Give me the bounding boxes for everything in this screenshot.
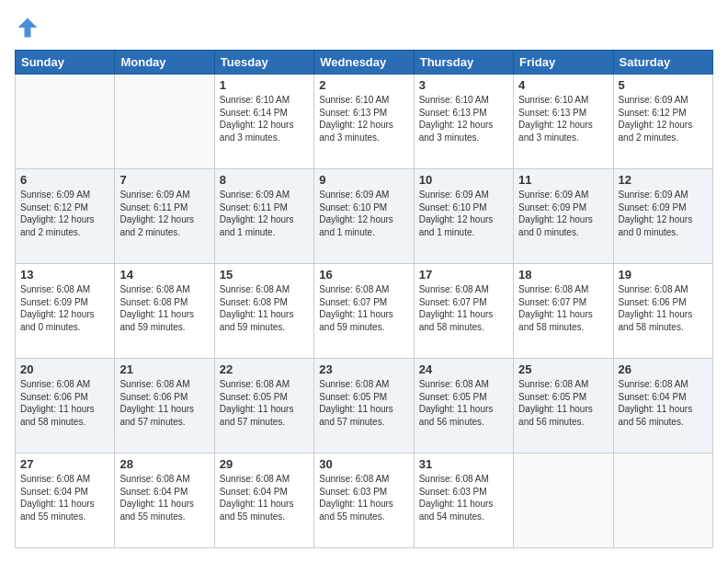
calendar-cell: 18Sunrise: 6:08 AM Sunset: 6:07 PM Dayli… xyxy=(514,264,613,359)
calendar-cell: 17Sunrise: 6:08 AM Sunset: 6:07 PM Dayli… xyxy=(414,264,513,359)
day-info: Sunrise: 6:08 AM Sunset: 6:04 PM Dayligh… xyxy=(619,378,708,428)
day-number: 23 xyxy=(319,362,408,376)
calendar-cell: 22Sunrise: 6:08 AM Sunset: 6:05 PM Dayli… xyxy=(214,359,313,454)
day-info: Sunrise: 6:10 AM Sunset: 6:14 PM Dayligh… xyxy=(220,94,309,144)
calendar-cell xyxy=(115,75,214,169)
day-info: Sunrise: 6:08 AM Sunset: 6:08 PM Dayligh… xyxy=(220,283,309,333)
calendar-cell: 19Sunrise: 6:08 AM Sunset: 6:06 PM Dayli… xyxy=(613,264,712,359)
day-info: Sunrise: 6:08 AM Sunset: 6:06 PM Dayligh… xyxy=(20,378,109,428)
calendar-cell: 11Sunrise: 6:09 AM Sunset: 6:09 PM Dayli… xyxy=(514,169,613,264)
day-info: Sunrise: 6:08 AM Sunset: 6:05 PM Dayligh… xyxy=(419,378,508,428)
day-info: Sunrise: 6:09 AM Sunset: 6:10 PM Dayligh… xyxy=(319,189,408,238)
day-info: Sunrise: 6:08 AM Sunset: 6:04 PM Dayligh… xyxy=(119,473,209,523)
weekday-header-thursday: Thursday xyxy=(414,51,513,75)
day-number: 15 xyxy=(220,268,309,282)
day-number: 14 xyxy=(119,268,209,282)
calendar-cell: 14Sunrise: 6:08 AM Sunset: 6:08 PM Dayli… xyxy=(115,264,214,359)
calendar-cell: 31Sunrise: 6:08 AM Sunset: 6:03 PM Dayli… xyxy=(414,454,513,548)
day-info: Sunrise: 6:08 AM Sunset: 6:03 PM Dayligh… xyxy=(319,473,408,523)
day-number: 28 xyxy=(119,457,209,471)
day-number: 18 xyxy=(518,268,608,282)
day-number: 1 xyxy=(220,78,309,92)
calendar-cell: 24Sunrise: 6:08 AM Sunset: 6:05 PM Dayli… xyxy=(414,359,513,454)
calendar-cell: 13Sunrise: 6:08 AM Sunset: 6:09 PM Dayli… xyxy=(16,264,115,359)
day-number: 27 xyxy=(20,457,109,471)
day-info: Sunrise: 6:08 AM Sunset: 6:04 PM Dayligh… xyxy=(220,473,309,523)
day-info: Sunrise: 6:09 AM Sunset: 6:09 PM Dayligh… xyxy=(619,189,708,238)
day-number: 3 xyxy=(419,78,508,92)
day-number: 9 xyxy=(319,173,408,187)
day-number: 6 xyxy=(20,173,109,187)
calendar-cell xyxy=(613,454,712,548)
day-info: Sunrise: 6:09 AM Sunset: 6:12 PM Dayligh… xyxy=(619,94,708,144)
header xyxy=(15,15,713,40)
day-number: 5 xyxy=(619,78,708,92)
day-info: Sunrise: 6:09 AM Sunset: 6:10 PM Dayligh… xyxy=(419,189,508,238)
calendar-cell: 26Sunrise: 6:08 AM Sunset: 6:04 PM Dayli… xyxy=(613,359,712,454)
weekday-header-tuesday: Tuesday xyxy=(214,51,313,75)
day-info: Sunrise: 6:08 AM Sunset: 6:04 PM Dayligh… xyxy=(20,473,109,523)
day-info: Sunrise: 6:08 AM Sunset: 6:07 PM Dayligh… xyxy=(419,283,508,333)
calendar-cell: 16Sunrise: 6:08 AM Sunset: 6:07 PM Dayli… xyxy=(314,264,414,359)
day-number: 19 xyxy=(619,268,708,282)
day-info: Sunrise: 6:10 AM Sunset: 6:13 PM Dayligh… xyxy=(518,94,608,144)
calendar-week-2: 6Sunrise: 6:09 AM Sunset: 6:12 PM Daylig… xyxy=(16,169,713,264)
day-info: Sunrise: 6:08 AM Sunset: 6:06 PM Dayligh… xyxy=(119,378,209,428)
day-info: Sunrise: 6:10 AM Sunset: 6:13 PM Dayligh… xyxy=(319,94,408,144)
calendar-cell: 15Sunrise: 6:08 AM Sunset: 6:08 PM Dayli… xyxy=(214,264,313,359)
day-number: 12 xyxy=(619,173,708,187)
day-info: Sunrise: 6:09 AM Sunset: 6:09 PM Dayligh… xyxy=(518,189,608,238)
day-info: Sunrise: 6:08 AM Sunset: 6:05 PM Dayligh… xyxy=(319,378,408,428)
calendar-cell: 30Sunrise: 6:08 AM Sunset: 6:03 PM Dayli… xyxy=(314,454,414,548)
calendar-cell: 9Sunrise: 6:09 AM Sunset: 6:10 PM Daylig… xyxy=(314,169,414,264)
day-info: Sunrise: 6:08 AM Sunset: 6:05 PM Dayligh… xyxy=(518,378,608,428)
day-number: 20 xyxy=(20,362,109,376)
weekday-header-row: SundayMondayTuesdayWednesdayThursdayFrid… xyxy=(16,51,713,75)
calendar-cell: 7Sunrise: 6:09 AM Sunset: 6:11 PM Daylig… xyxy=(115,169,214,264)
calendar-cell: 20Sunrise: 6:08 AM Sunset: 6:06 PM Dayli… xyxy=(16,359,115,454)
calendar-cell: 3Sunrise: 6:10 AM Sunset: 6:13 PM Daylig… xyxy=(414,75,513,169)
day-number: 26 xyxy=(619,362,708,376)
calendar-cell: 4Sunrise: 6:10 AM Sunset: 6:13 PM Daylig… xyxy=(514,75,613,169)
day-number: 13 xyxy=(20,268,109,282)
calendar-week-4: 20Sunrise: 6:08 AM Sunset: 6:06 PM Dayli… xyxy=(16,359,713,454)
day-info: Sunrise: 6:08 AM Sunset: 6:06 PM Dayligh… xyxy=(619,283,708,333)
weekday-header-wednesday: Wednesday xyxy=(314,51,414,75)
page: SundayMondayTuesdayWednesdayThursdayFrid… xyxy=(0,0,728,563)
calendar-cell xyxy=(16,75,115,169)
weekday-header-friday: Friday xyxy=(514,51,613,75)
day-info: Sunrise: 6:08 AM Sunset: 6:07 PM Dayligh… xyxy=(518,283,608,333)
calendar-week-5: 27Sunrise: 6:08 AM Sunset: 6:04 PM Dayli… xyxy=(16,454,713,548)
weekday-header-monday: Monday xyxy=(115,51,214,75)
calendar-cell: 27Sunrise: 6:08 AM Sunset: 6:04 PM Dayli… xyxy=(16,454,115,548)
day-info: Sunrise: 6:08 AM Sunset: 6:05 PM Dayligh… xyxy=(220,378,309,428)
day-info: Sunrise: 6:09 AM Sunset: 6:11 PM Dayligh… xyxy=(220,189,309,238)
calendar-cell: 23Sunrise: 6:08 AM Sunset: 6:05 PM Dayli… xyxy=(314,359,414,454)
day-number: 11 xyxy=(518,173,608,187)
calendar-cell: 1Sunrise: 6:10 AM Sunset: 6:14 PM Daylig… xyxy=(214,75,313,169)
day-number: 16 xyxy=(319,268,408,282)
calendar-cell: 6Sunrise: 6:09 AM Sunset: 6:12 PM Daylig… xyxy=(16,169,115,264)
calendar-cell: 25Sunrise: 6:08 AM Sunset: 6:05 PM Dayli… xyxy=(514,359,613,454)
day-info: Sunrise: 6:09 AM Sunset: 6:12 PM Dayligh… xyxy=(20,189,109,238)
calendar-cell: 10Sunrise: 6:09 AM Sunset: 6:10 PM Dayli… xyxy=(414,169,513,264)
day-number: 10 xyxy=(419,173,508,187)
day-number: 29 xyxy=(220,457,309,471)
day-number: 31 xyxy=(419,457,508,471)
day-info: Sunrise: 6:08 AM Sunset: 6:07 PM Dayligh… xyxy=(319,283,408,333)
calendar-cell: 12Sunrise: 6:09 AM Sunset: 6:09 PM Dayli… xyxy=(613,169,712,264)
calendar-week-1: 1Sunrise: 6:10 AM Sunset: 6:14 PM Daylig… xyxy=(16,75,713,169)
day-number: 4 xyxy=(518,78,608,92)
day-info: Sunrise: 6:08 AM Sunset: 6:09 PM Dayligh… xyxy=(20,283,109,333)
day-number: 21 xyxy=(119,362,209,376)
day-number: 7 xyxy=(119,173,209,187)
calendar-week-3: 13Sunrise: 6:08 AM Sunset: 6:09 PM Dayli… xyxy=(16,264,713,359)
day-number: 22 xyxy=(220,362,309,376)
weekday-header-sunday: Sunday xyxy=(16,51,115,75)
day-number: 2 xyxy=(319,78,408,92)
weekday-header-saturday: Saturday xyxy=(613,51,712,75)
svg-marker-0 xyxy=(18,18,38,38)
calendar-cell: 29Sunrise: 6:08 AM Sunset: 6:04 PM Dayli… xyxy=(214,454,313,548)
day-info: Sunrise: 6:08 AM Sunset: 6:08 PM Dayligh… xyxy=(119,283,209,333)
calendar-table: SundayMondayTuesdayWednesdayThursdayFrid… xyxy=(15,50,713,548)
